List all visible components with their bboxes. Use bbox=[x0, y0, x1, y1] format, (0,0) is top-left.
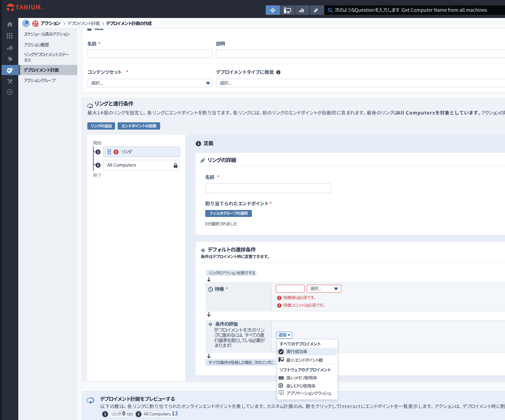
svg-text:1: 1 bbox=[104, 412, 106, 416]
svg-text:2: 2 bbox=[137, 412, 139, 416]
svg-text:2: 2 bbox=[97, 163, 99, 167]
svg-text:1: 1 bbox=[197, 142, 199, 145]
svg-text:1: 1 bbox=[97, 150, 99, 154]
